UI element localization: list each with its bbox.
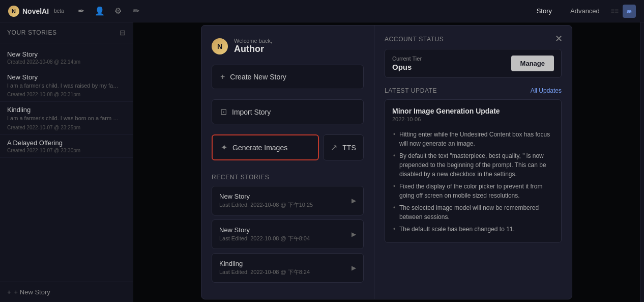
nav-advanced[interactable]: Advanced <box>563 5 607 17</box>
modal-overlay: ✕ N Welcome back, Author <box>133 22 640 302</box>
story-date-2: Created 2022-10-07 @ 23:25pm <box>7 125 126 130</box>
import-icon: ⊡ <box>220 107 227 117</box>
update-bullet-0: Hitting enter while the Undesired Conten… <box>392 128 554 150</box>
pen-icon[interactable]: ✏ <box>131 6 141 16</box>
sidebar-title: Your Stories <box>7 29 57 36</box>
story-excerpt-2: I am a farmer's child. I was born on a f… <box>7 115 119 122</box>
sidebar: Your Stories ⊟ New Story Created 2022-10… <box>0 22 133 302</box>
tts-action[interactable]: ↗ TTS <box>323 134 364 160</box>
app-logo[interactable]: N NovelAI beta <box>8 6 64 17</box>
story-list: New Story Created 2022-10-08 @ 22:14pm N… <box>0 43 133 282</box>
recent-story-info-0: New Story Last Edited: 2022-10-08 @ 下午10… <box>219 193 313 209</box>
all-updates-link[interactable]: All Updates <box>531 87 562 94</box>
tier-label: Current Tier <box>392 56 422 62</box>
recent-story-date-2: Last Edited: 2022-10-08 @ 下午8:24 <box>219 268 310 276</box>
tier-name: Opus <box>392 63 422 71</box>
nav-story[interactable]: Story <box>530 5 559 17</box>
app-beta: beta <box>54 8 64 14</box>
topbar: N NovelAI beta ✒ 👤 ⚙ ✏ Story Advanced ≡≡… <box>0 0 644 22</box>
avatar[interactable]: æ <box>623 5 636 18</box>
account-status-title: Account Status <box>385 36 562 43</box>
sidebar-story-0[interactable]: New Story Created 2022-10-08 @ 22:14pm <box>0 46 133 69</box>
image-icon: ✦ <box>221 143 227 152</box>
story-date-0: Created 2022-10-08 @ 22:14pm <box>7 59 126 65</box>
right-panel <box>640 22 644 302</box>
update-bullet-2: Fixed the display of the color picker to… <box>392 180 554 202</box>
manage-button[interactable]: Manage <box>511 56 554 71</box>
update-bullet-4: The default scale has been changed to 11… <box>392 223 554 235</box>
tts-label: TTS <box>342 144 356 152</box>
story-date-3: Created 2022-10-07 @ 23:30pm <box>7 148 126 153</box>
topbar-icons: ✒ 👤 ⚙ ✏ <box>76 6 530 16</box>
new-story-label: + New Story <box>14 288 50 296</box>
modal-logo-icon: N <box>212 38 228 54</box>
recent-story-name-0: New Story <box>219 193 313 200</box>
story-date-1: Created 2022-10-08 @ 20:31pm <box>7 92 126 97</box>
modal-right: Account Status Current Tier Opus Manage … <box>374 25 572 299</box>
latest-update-title: Latest Update <box>385 87 437 94</box>
story-title-3: A Delayed Offering <box>7 139 126 147</box>
account-tier-box: Current Tier Opus Manage <box>385 49 562 78</box>
modal-welcome: Welcome back, <box>234 38 272 44</box>
update-bullet-3: The selected image model will now be rem… <box>392 202 554 223</box>
import-story-label: Import Story <box>232 108 271 116</box>
import-story-action[interactable]: ⊡ Import Story <box>212 99 364 124</box>
sidebar-story-2[interactable]: Kindling I am a farmer's child. I was bo… <box>0 102 133 134</box>
story-excerpt-1: I am a farmer's child. I was raised by m… <box>7 82 119 90</box>
gear-icon[interactable]: ⚙ <box>113 6 123 16</box>
modal-inner: N Welcome back, Author + Create New Stor… <box>201 25 572 299</box>
recent-section-title: Recent Stories <box>212 174 364 181</box>
modal-identity: Welcome back, Author <box>234 38 272 54</box>
recent-story-date-0: Last Edited: 2022-10-08 @ 下午10:25 <box>219 201 313 209</box>
plus-icon: + <box>7 288 11 296</box>
recent-story-2[interactable]: Kindling Last Edited: 2022-10-08 @ 下午8:2… <box>212 253 364 283</box>
sidebar-header: Your Stories ⊟ <box>0 22 133 43</box>
recent-story-1[interactable]: New Story Last Edited: 2022-10-08 @ 下午8:… <box>212 219 364 249</box>
story-title-1: New Story <box>7 73 126 81</box>
create-story-label: Create New Story <box>230 73 286 81</box>
update-bullets: Hitting enter while the Undesired Conten… <box>392 128 554 235</box>
app-name: NovelAI <box>22 7 49 15</box>
filter-icon[interactable]: ⊟ <box>120 29 126 37</box>
generate-images-action[interactable]: ✦ Generate Images <box>212 134 319 160</box>
user-icon[interactable]: 👤 <box>95 6 105 16</box>
plus-action-icon: + <box>220 72 225 81</box>
topbar-right: Story Advanced ≡≡ æ <box>530 5 636 18</box>
modal-close-button[interactable]: ✕ <box>552 33 565 45</box>
quill-icon[interactable]: ✒ <box>76 6 86 16</box>
sidebar-story-3[interactable]: A Delayed Offering Created 2022-10-07 @ … <box>0 135 133 158</box>
main-area: No Story selected. ✕ N Welcome back, Aut… <box>133 22 640 302</box>
update-date: 2022-10-06 <box>392 116 554 122</box>
recent-story-name-1: New Story <box>219 226 310 234</box>
tts-icon: ↗ <box>331 143 337 152</box>
tier-info: Current Tier Opus <box>392 56 422 71</box>
arrow-icon-2: ▶ <box>352 264 356 271</box>
topbar-settings-icon[interactable]: ≡≡ <box>611 7 619 15</box>
generate-images-label: Generate Images <box>232 144 287 152</box>
modal-author: Author <box>234 44 272 54</box>
recent-story-info-1: New Story Last Edited: 2022-10-08 @ 下午8:… <box>219 226 310 242</box>
settings-lines-icon: ≡≡ <box>611 7 619 15</box>
new-story-button[interactable]: + + New Story <box>0 282 133 302</box>
create-story-action[interactable]: + Create New Story <box>212 65 364 89</box>
recent-story-0[interactable]: New Story Last Edited: 2022-10-08 @ 下午10… <box>212 186 364 215</box>
story-title-2: Kindling <box>7 106 126 114</box>
update-bullet-1: By default the text "masterpiece, best q… <box>392 150 554 180</box>
arrow-icon-1: ▶ <box>352 231 356 238</box>
latest-update-header: Latest Update All Updates <box>385 87 562 94</box>
recent-story-date-1: Last Edited: 2022-10-08 @ 下午8:04 <box>219 235 310 242</box>
modal-left: N Welcome back, Author + Create New Stor… <box>201 25 374 299</box>
recent-story-name-2: Kindling <box>219 260 310 267</box>
sidebar-story-1[interactable]: New Story I am a farmer's child. I was r… <box>0 69 133 102</box>
modal-dialog: ✕ N Welcome back, Author <box>201 25 572 299</box>
story-title-0: New Story <box>7 50 126 58</box>
recent-story-info-2: Kindling Last Edited: 2022-10-08 @ 下午8:2… <box>219 260 310 276</box>
update-box: Minor Image Generation Update 2022-10-06… <box>385 99 562 243</box>
arrow-icon-0: ▶ <box>352 197 356 204</box>
logo-icon: N <box>8 6 19 17</box>
modal-header: N Welcome back, Author <box>212 38 364 54</box>
layout: Your Stories ⊟ New Story Created 2022-10… <box>0 22 644 302</box>
update-name: Minor Image Generation Update <box>392 107 554 115</box>
